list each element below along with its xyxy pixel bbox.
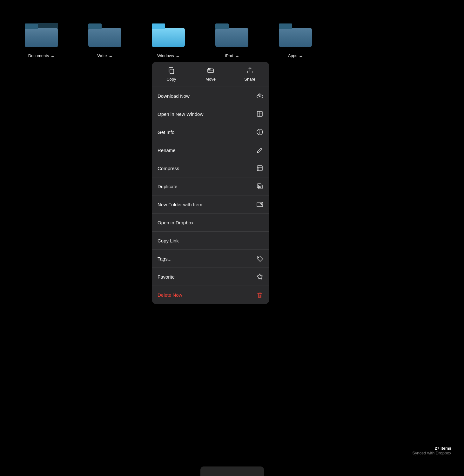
folder-ipad[interactable]: iPad ☁ [213,19,251,58]
folder-apps-label: Apps ☁ [288,53,303,58]
folder-ipad-icon [213,19,251,51]
context-menu: Copy Move Share Dow [152,62,269,304]
menu-item-delete-now[interactable]: Delete Now [152,286,269,304]
compress-icon [256,164,264,172]
folder-windows-label: Windows ☁ [157,53,179,58]
move-icon [207,67,214,75]
svg-rect-22 [257,184,261,188]
share-icon [246,67,253,75]
menu-item-open-dropbox[interactable]: Open in Dropbox [152,214,269,232]
trash-icon [256,291,264,299]
menu-item-favorite[interactable]: Favorite [152,268,269,286]
star-icon [256,273,264,281]
new-folder-icon [256,201,264,208]
folder-apps-icon [276,19,314,51]
info-icon [256,128,264,136]
menu-item-compress[interactable]: Compress [152,159,269,177]
folder-write-label: Write ☁ [97,53,112,58]
menu-item-open-new-window[interactable]: Open in New Window [152,105,269,123]
copy-link-icon [256,237,264,244]
menu-item-copy-link[interactable]: Copy Link [152,232,269,250]
svg-rect-20 [257,166,262,171]
desktop-icons: Documents ☁ Write ☁ [0,0,464,58]
item-count: 27 items [412,446,451,451]
svg-rect-9 [215,28,248,47]
menu-top-bar: Copy Move Share [152,62,269,87]
share-action[interactable]: Share [230,62,269,87]
menu-item-tags[interactable]: Tags... [152,250,269,268]
copy-action[interactable]: Copy [152,62,191,87]
move-label: Move [205,77,216,82]
menu-item-download-now[interactable]: Download Now [152,87,269,105]
svg-point-19 [259,130,260,131]
svg-rect-21 [259,185,262,189]
folder-windows[interactable]: Windows ☁ [149,19,187,58]
copy-label: Copy [166,77,176,82]
folder-documents[interactable]: Documents ☁ [22,19,60,58]
svg-rect-5 [88,23,102,29]
svg-rect-12 [279,28,312,47]
folder-windows-icon [149,19,187,51]
folder-apps[interactable]: Apps ☁ [276,19,314,58]
dropbox-icon [256,219,264,226]
svg-point-25 [258,257,259,258]
svg-rect-2 [25,23,38,29]
svg-rect-7 [152,23,165,29]
copy-icon [168,67,175,75]
folder-write-icon [86,19,124,51]
menu-item-rename[interactable]: Rename [152,141,269,159]
svg-rect-14 [170,69,174,74]
share-label: Share [244,77,255,82]
new-window-icon [256,110,264,118]
folder-write[interactable]: Write ☁ [86,19,124,58]
status-bar: 27 items Synced with Dropbox [412,446,451,455]
svg-rect-13 [279,23,292,29]
bottom-bar [200,466,264,476]
svg-rect-1 [25,28,58,47]
menu-item-get-info[interactable]: Get Info [152,123,269,141]
menu-item-duplicate[interactable]: Duplicate [152,177,269,195]
folder-documents-icon [22,19,60,51]
svg-rect-10 [215,23,229,29]
folder-ipad-label: iPad ☁ [225,53,239,58]
svg-rect-6 [152,28,185,47]
pencil-icon [256,146,264,154]
tag-icon [256,255,264,262]
cloud-download-icon [256,92,264,100]
sync-status: Synced with Dropbox [412,451,451,455]
duplicate-icon [256,182,264,190]
menu-item-new-folder-item[interactable]: New Folder with Item [152,195,269,214]
svg-rect-4 [88,28,121,47]
folder-documents-label: Documents ☁ [28,53,55,58]
move-action[interactable]: Move [191,62,231,87]
